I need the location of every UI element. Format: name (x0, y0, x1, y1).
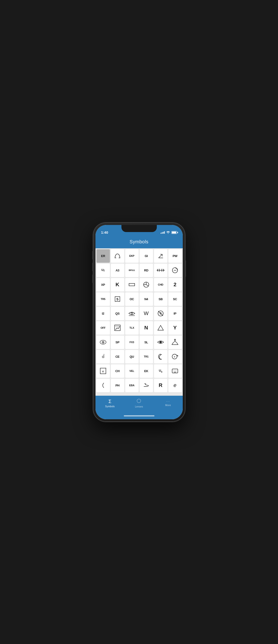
symbol-N4[interactable]: N4 (140, 292, 153, 306)
symbol-chart-arrow[interactable] (111, 321, 124, 334)
svg-text:5: 5 (116, 297, 118, 301)
svg-text:$: $ (102, 342, 104, 343)
symbol-EBA[interactable]: EBA (125, 379, 139, 392)
symbol-arrow-left-curve[interactable] (140, 379, 153, 392)
app-header: Symbols (96, 236, 183, 248)
status-bar: 1:40 (96, 225, 183, 236)
symbol-eye-line[interactable] (125, 307, 139, 320)
symbol-SC[interactable]: SC (168, 292, 182, 306)
lenses-icon (136, 398, 141, 404)
battery-icon (172, 231, 177, 234)
symbol-triangle[interactable] (154, 321, 168, 334)
wifi-icon (166, 230, 170, 234)
symbol-PW[interactable]: PW (168, 249, 182, 263)
symbol-CH[interactable]: CH (111, 364, 124, 378)
svg-text:S: S (160, 312, 162, 315)
symbol-face[interactable] (168, 364, 182, 378)
tab-more[interactable]: ··· More (154, 400, 182, 406)
svg-text:e: e (174, 355, 175, 358)
symbol-XP[interactable]: XP (96, 278, 110, 292)
phone-screen: 1:40 (96, 225, 183, 419)
symbol-TR1[interactable]: TR1 (140, 350, 153, 364)
symbol-d-bar[interactable]: d̄ (96, 350, 110, 364)
app-title: Symbols (130, 239, 148, 244)
symbol-2[interactable]: 2 (168, 278, 182, 292)
symbol-PH[interactable]: PH (111, 379, 124, 392)
symbol-SB[interactable]: SB (154, 292, 168, 306)
notch (122, 225, 157, 232)
symbol-QS[interactable]: QS (111, 307, 124, 320)
symbols-grid: ER EKP GI (96, 249, 182, 392)
symbol-diagonal-arrow[interactable] (154, 249, 168, 263)
tab-lenses[interactable]: Lenses (124, 398, 154, 408)
status-time: 1:40 (101, 230, 108, 234)
symbol-VEL[interactable]: VEL (125, 364, 139, 378)
phone-frame: 1:40 (93, 222, 185, 422)
symbol-N[interactable]: N (140, 321, 153, 334)
home-indicator (96, 413, 183, 419)
symbol-strikethrough-s[interactable]: S (154, 307, 168, 320)
status-icons (160, 230, 177, 234)
symbols-icon: Σ (108, 399, 111, 404)
tab-lenses-label: Lenses (135, 405, 143, 408)
symbol-RD[interactable]: RD (140, 264, 153, 277)
svg-marker-21 (158, 326, 164, 330)
symbol-TR5[interactable]: TR5 (96, 292, 110, 306)
tab-more-label: More (165, 404, 171, 406)
symbol-omega[interactable] (111, 249, 124, 263)
symbol-W[interactable]: W (140, 307, 153, 320)
symbol-IP[interactable]: IP (168, 307, 182, 320)
svg-point-36 (137, 399, 141, 403)
symbol-OFF[interactable]: OFF (96, 321, 110, 334)
svg-point-26 (174, 339, 176, 340)
svg-text:d̄: d̄ (102, 354, 105, 359)
symbol-ER[interactable]: ER (96, 249, 110, 263)
symbol-boxed-e[interactable]: e (96, 364, 110, 378)
symbol-TLX[interactable]: TLX (125, 321, 139, 334)
home-bar (124, 415, 154, 416)
symbol-boxed-5[interactable]: 5 (111, 292, 124, 306)
symbol-crescent[interactable] (154, 350, 168, 364)
symbol-FX3[interactable]: FX3 (125, 336, 139, 349)
symbol-CHD[interactable]: CHD (154, 278, 168, 292)
symbol-CE[interactable]: CE (111, 350, 124, 364)
symbol-Ux[interactable]: Ux (154, 364, 168, 378)
symbol-UT[interactable]: UT (96, 264, 110, 277)
svg-point-14 (131, 313, 133, 314)
symbol-QU[interactable]: QU (125, 350, 139, 364)
tab-symbols-label: Symbols (105, 405, 114, 408)
symbol-R[interactable]: R (154, 379, 168, 392)
symbol-BPS11[interactable]: BPS11 (125, 264, 139, 277)
symbol-Y[interactable]: Y (168, 321, 182, 334)
symbol-circle-slash[interactable] (168, 264, 182, 277)
symbol-SL[interactable]: SL (140, 336, 153, 349)
tab-bar: Σ Symbols Lenses ··· More (96, 396, 183, 413)
symbol-circle-e-arrow[interactable]: e (168, 350, 182, 364)
symbol-arrows-lr[interactable] (154, 264, 168, 277)
tab-symbols[interactable]: Σ Symbols (96, 399, 124, 408)
symbols-grid-container[interactable]: ER EKP GI (96, 248, 183, 396)
symbol-diamond-eye[interactable] (154, 336, 168, 349)
symbol-hanger[interactable] (168, 336, 182, 349)
symbol-bracket-curve[interactable] (96, 379, 110, 392)
svg-text:e: e (102, 370, 104, 373)
symbol-EK[interactable]: EK (140, 364, 153, 378)
symbol-GI[interactable]: GI (140, 249, 153, 263)
symbol-SP[interactable]: SP (111, 336, 124, 349)
symbol-dollar-eye[interactable]: $ (96, 336, 110, 349)
symbol-EKP[interactable]: EKP (125, 249, 139, 263)
signal-icon (160, 231, 165, 234)
symbol-OC[interactable]: OC (125, 292, 139, 306)
symbol-circle-pie[interactable] (140, 278, 153, 292)
more-icon: ··· (166, 400, 170, 403)
symbol-K[interactable]: K (111, 278, 124, 292)
symbol-I2[interactable]: I2 (96, 307, 110, 320)
svg-rect-8 (129, 284, 135, 286)
symbol-rectangle[interactable] (125, 278, 139, 292)
symbol-e[interactable]: e (168, 379, 182, 392)
symbol-A3[interactable]: A3 (111, 264, 124, 277)
